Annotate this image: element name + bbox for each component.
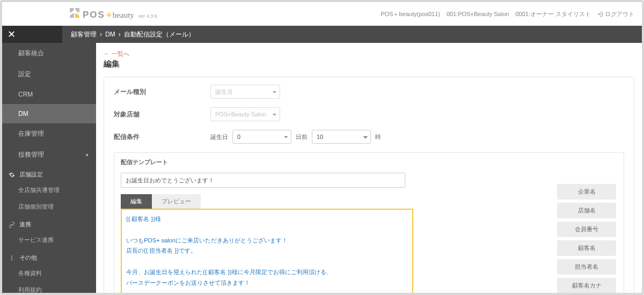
- chevron-right-icon: ›: [119, 31, 121, 38]
- svg-point-1: [11, 257, 12, 259]
- logout-label: ログアウト: [605, 10, 634, 18]
- crumb-1[interactable]: 顧客管理: [71, 30, 97, 39]
- form-panel: メール種別 誕生月 対象店舗 POS+Beauty Salon 配信条件 誕生日…: [104, 77, 634, 293]
- cond-kind: 誕生日: [210, 133, 228, 141]
- sidebar-sub-docs[interactable]: 各種資料: [2, 265, 96, 282]
- svg-point-0: [11, 255, 12, 256]
- sidebar: 顧客統合 設定 CRM DM 在庫管理 役務管理▾ 店舗設定 全店舗共通管理 店…: [2, 43, 96, 293]
- back-to-list-link[interactable]: ← 一覧へ: [104, 50, 129, 58]
- body-textarea[interactable]: [121, 209, 413, 293]
- breadcrumb: 顧客管理 › DM › 自動配信設定（メール）: [62, 26, 642, 43]
- subject-input[interactable]: [121, 173, 405, 188]
- sidebar-item-customer-merge[interactable]: 顧客統合: [2, 43, 96, 64]
- store-info: 001:POS+Beauty Salon: [447, 11, 509, 17]
- tab-edit[interactable]: 編集: [121, 194, 152, 209]
- sidebar-group-other[interactable]: その他: [2, 248, 96, 265]
- tab-preview[interactable]: プレビュー: [152, 194, 201, 209]
- svg-point-2: [11, 259, 12, 260]
- tag-btn-member-no[interactable]: 会員番号: [557, 222, 616, 237]
- label-condition: 配信条件: [114, 132, 210, 142]
- select-days-before[interactable]: 0: [232, 130, 291, 144]
- tag-btn-company[interactable]: 企業名: [557, 184, 616, 200]
- link-icon: [9, 222, 15, 228]
- back-label: 一覧へ: [112, 50, 129, 58]
- row-condition: 配信条件 誕生日 0 日前 10 時: [114, 130, 624, 144]
- chevron-right-icon: ›: [100, 31, 102, 38]
- user-info: 0001:オーナー スタイリスト: [515, 10, 591, 18]
- sidebar-group-store[interactable]: 店舗設定: [2, 165, 96, 182]
- template-panel: 配信テンプレート 編集 プレビュー 企業名 店舗名 会員番号 顧客名 担当者名 …: [114, 152, 624, 293]
- tenant-info: POS＋beauty(pos011): [380, 10, 440, 18]
- cond-mid: 日前: [296, 133, 308, 141]
- main-content: ← 一覧へ 編集 メール種別 誕生月 対象店舗 POS+Beauty Salon…: [96, 43, 642, 293]
- merge-tag-buttons: 企業名 店舗名 会員番号 顧客名 担当者名 顧客名カナ: [557, 184, 616, 293]
- sidebar-sub-servicelink[interactable]: サービス連携: [2, 232, 96, 248]
- version-label: ver 4.3.9: [138, 13, 157, 19]
- logo-mark-icon: [70, 8, 79, 18]
- tag-btn-customer-kana[interactable]: 顧客名カナ: [557, 278, 616, 293]
- sidebar-sub-allstore[interactable]: 全店舗共通管理: [2, 182, 96, 198]
- crumb-2[interactable]: DM: [105, 31, 115, 38]
- crumb-3: 自動配信設定（メール）: [124, 30, 195, 39]
- sidebar-item-inventory[interactable]: 在庫管理: [2, 123, 96, 144]
- sidebar-item-crm[interactable]: CRM: [2, 85, 96, 104]
- sidebar-item-settings[interactable]: 設定: [2, 64, 96, 85]
- logout-link[interactable]: ログアウト: [597, 10, 634, 18]
- top-right-info: POS＋beauty(pos011) 001:POS+Beauty Salon …: [380, 10, 634, 18]
- sidebar-group-other-label: その他: [19, 254, 37, 262]
- sidebar-item-dm[interactable]: DM: [2, 104, 96, 123]
- select-mail-type[interactable]: 誕生月: [210, 85, 280, 99]
- cond-suffix: 時: [375, 133, 381, 141]
- chevron-down-icon: ▾: [86, 152, 89, 158]
- top-bar: POS + beauty ver 4.3.9 POS＋beauty(pos011…: [62, 2, 642, 26]
- select-target-store[interactable]: POS+Beauty Salon: [210, 107, 280, 121]
- sidebar-group-link-label: 連携: [19, 220, 31, 228]
- logo-text: POS: [83, 10, 105, 20]
- tag-btn-staff[interactable]: 担当者名: [557, 259, 616, 275]
- sidebar-item-service-mgmt[interactable]: 役務管理▾: [2, 144, 96, 165]
- close-panel-button[interactable]: ✕: [2, 26, 62, 43]
- row-mail-type: メール種別 誕生月: [114, 85, 624, 99]
- editor-tabs: 編集 プレビュー: [121, 194, 617, 209]
- select-hour[interactable]: 10: [312, 130, 371, 144]
- logo: POS + beauty ver 4.3.9: [70, 8, 157, 20]
- template-section-label: 配信テンプレート: [121, 158, 617, 166]
- label-mail-type: メール種別: [114, 87, 210, 97]
- sidebar-group-store-label: 店舗設定: [19, 171, 43, 179]
- sidebar-group-link[interactable]: 連携: [2, 215, 96, 232]
- page-title: 編集: [104, 59, 634, 69]
- tag-btn-store[interactable]: 店舗名: [557, 203, 616, 218]
- sidebar-sub-terms[interactable]: 利用規約: [2, 282, 96, 293]
- logo-beauty: beauty: [113, 11, 134, 20]
- logo-plus: +: [106, 10, 113, 20]
- gear-icon: [9, 172, 15, 178]
- sidebar-sub-eachstore[interactable]: 店舗個別管理: [2, 198, 96, 215]
- dots-icon: [9, 255, 15, 261]
- label-target-store: 対象店舗: [114, 110, 210, 119]
- tag-btn-customer[interactable]: 顧客名: [557, 240, 616, 256]
- logout-icon: [597, 11, 603, 17]
- row-target-store: 対象店舗 POS+Beauty Salon: [114, 107, 624, 121]
